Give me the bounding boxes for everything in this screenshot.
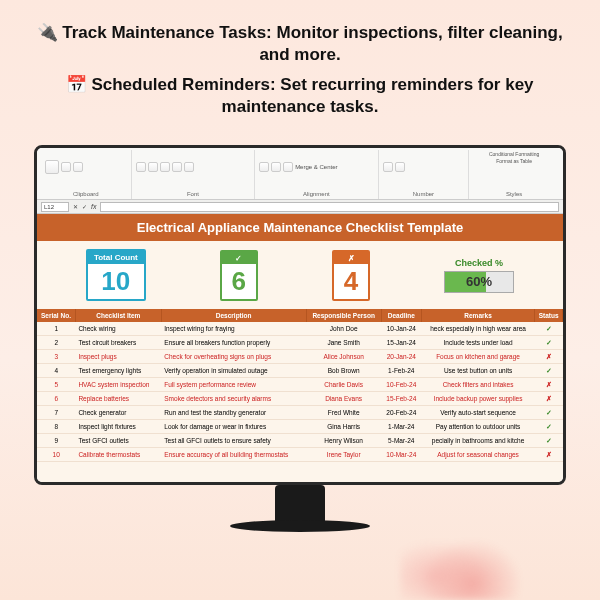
cell-rem[interactable]: Verify auto-start sequence	[421, 406, 534, 420]
cell-item[interactable]: Test emergency lights	[75, 364, 161, 378]
cell-rem[interactable]: pecially in bathrooms and kitche	[421, 434, 534, 448]
cell-desc[interactable]: Inspect wiring for fraying	[161, 322, 306, 336]
cell-item[interactable]: Check wiring	[75, 322, 161, 336]
table-row[interactable]: 8Inspect light fixturesLook for damage o…	[37, 420, 563, 434]
cell-status[interactable]: ✓	[535, 420, 563, 434]
conditional-formatting-button[interactable]: Conditional Formatting	[489, 152, 539, 157]
table-row[interactable]: 10Calibrate thermostatsEnsure accuracy o…	[37, 448, 563, 462]
cell-who[interactable]: Diana Evans	[306, 392, 381, 406]
cell-who[interactable]: Henry Wilson	[306, 434, 381, 448]
cell-who[interactable]: Gina Harris	[306, 420, 381, 434]
cell-desc[interactable]: Full system performance review	[161, 378, 306, 392]
format-table-button[interactable]: Format as Table	[496, 159, 532, 164]
cell-rem[interactable]: Use test button on units	[421, 364, 534, 378]
cell-who[interactable]: Bob Brown	[306, 364, 381, 378]
cell-due[interactable]: 20-Jan-24	[381, 350, 421, 364]
cell-n[interactable]: 2	[37, 336, 75, 350]
cell-desc[interactable]: Ensure all breakers function properly	[161, 336, 306, 350]
underline-icon[interactable]	[160, 162, 170, 172]
cell-rem[interactable]: Include backup power supplies	[421, 392, 534, 406]
cell-due[interactable]: 10-Feb-24	[381, 378, 421, 392]
cell-status[interactable]: ✓	[535, 434, 563, 448]
table-row[interactable]: 7Check generatorRun and test the standby…	[37, 406, 563, 420]
cell-due[interactable]: 15-Jan-24	[381, 336, 421, 350]
cell-rem[interactable]: Check filters and intakes	[421, 378, 534, 392]
cell-item[interactable]: Test circuit breakers	[75, 336, 161, 350]
cell-due[interactable]: 15-Feb-24	[381, 392, 421, 406]
cell-who[interactable]: Charlie Davis	[306, 378, 381, 392]
cell-due[interactable]: 20-Feb-24	[381, 406, 421, 420]
cell-status[interactable]: ✗	[535, 448, 563, 462]
cell-who[interactable]: Alice Johnson	[306, 350, 381, 364]
paste-icon[interactable]	[45, 160, 59, 174]
cell-n[interactable]: 7	[37, 406, 75, 420]
cell-n[interactable]: 4	[37, 364, 75, 378]
cell-status[interactable]: ✓	[535, 364, 563, 378]
align-right-icon[interactable]	[283, 162, 293, 172]
percent-icon[interactable]	[395, 162, 405, 172]
cell-due[interactable]: 10-Jan-24	[381, 322, 421, 336]
cell-item[interactable]: HVAC system inspection	[75, 378, 161, 392]
cut-icon[interactable]	[61, 162, 71, 172]
cancel-icon[interactable]: ✕	[73, 203, 78, 210]
table-row[interactable]: 4Test emergency lightsVerify operation i…	[37, 364, 563, 378]
cell-who[interactable]: Fred White	[306, 406, 381, 420]
cell-desc[interactable]: Smoke detectors and security alarms	[161, 392, 306, 406]
cell-status[interactable]: ✓	[535, 322, 563, 336]
border-icon[interactable]	[172, 162, 182, 172]
currency-icon[interactable]	[383, 162, 393, 172]
cell-who[interactable]: Jane Smith	[306, 336, 381, 350]
cell-n[interactable]: 5	[37, 378, 75, 392]
table-row[interactable]: 2Test circuit breakersEnsure all breaker…	[37, 336, 563, 350]
cell-status[interactable]: ✓	[535, 406, 563, 420]
cell-desc[interactable]: Check for overheating signs on plugs	[161, 350, 306, 364]
merge-center-button[interactable]: Merge & Center	[295, 164, 337, 170]
cell-n[interactable]: 9	[37, 434, 75, 448]
table-row[interactable]: 6Replace batteriesSmoke detectors and se…	[37, 392, 563, 406]
cell-desc[interactable]: Look for damage or wear in fixtures	[161, 420, 306, 434]
cell-rem[interactable]: Adjust for seasonal changes	[421, 448, 534, 462]
table-row[interactable]: 5HVAC system inspectionFull system perfo…	[37, 378, 563, 392]
cell-due[interactable]: 1-Mar-24	[381, 420, 421, 434]
cell-status[interactable]: ✗	[535, 392, 563, 406]
cell-rem[interactable]: heck especially in high wear area	[421, 322, 534, 336]
cell-rem[interactable]: Pay attention to outdoor units	[421, 420, 534, 434]
enter-icon[interactable]: ✓	[82, 203, 87, 210]
cell-item[interactable]: Replace batteries	[75, 392, 161, 406]
cell-desc[interactable]: Verify operation in simulated outage	[161, 364, 306, 378]
cell-status[interactable]: ✗	[535, 378, 563, 392]
cell-rem[interactable]: Focus on kitchen and garage	[421, 350, 534, 364]
cell-n[interactable]: 1	[37, 322, 75, 336]
cell-desc[interactable]: Run and test the standby generator	[161, 406, 306, 420]
cell-desc[interactable]: Test all GFCI outlets to ensure safety	[161, 434, 306, 448]
cell-item[interactable]: Check generator	[75, 406, 161, 420]
cell-desc[interactable]: Ensure accuracy of all building thermost…	[161, 448, 306, 462]
cell-item[interactable]: Inspect light fixtures	[75, 420, 161, 434]
cell-status[interactable]: ✓	[535, 336, 563, 350]
cell-who[interactable]: Irene Taylor	[306, 448, 381, 462]
copy-icon[interactable]	[73, 162, 83, 172]
align-left-icon[interactable]	[259, 162, 269, 172]
fx-icon[interactable]: fx	[91, 203, 96, 210]
cell-n[interactable]: 8	[37, 420, 75, 434]
bold-icon[interactable]	[136, 162, 146, 172]
fill-icon[interactable]	[184, 162, 194, 172]
cell-n[interactable]: 6	[37, 392, 75, 406]
align-center-icon[interactable]	[271, 162, 281, 172]
formula-input[interactable]	[100, 202, 559, 212]
italic-icon[interactable]	[148, 162, 158, 172]
worksheet[interactable]: Electrical Appliance Maintenance Checkli…	[37, 214, 563, 484]
cell-item[interactable]: Calibrate thermostats	[75, 448, 161, 462]
cell-who[interactable]: John Doe	[306, 322, 381, 336]
cell-due[interactable]: 10-Mar-24	[381, 448, 421, 462]
table-row[interactable]: 9Test GFCI outletsTest all GFCI outlets …	[37, 434, 563, 448]
cell-due[interactable]: 5-Mar-24	[381, 434, 421, 448]
cell-item[interactable]: Inspect plugs	[75, 350, 161, 364]
cell-rem[interactable]: Include tests under load	[421, 336, 534, 350]
cell-item[interactable]: Test GFCI outlets	[75, 434, 161, 448]
cell-n[interactable]: 3	[37, 350, 75, 364]
cell-due[interactable]: 1-Feb-24	[381, 364, 421, 378]
table-row[interactable]: 3Inspect plugsCheck for overheating sign…	[37, 350, 563, 364]
name-box[interactable]: L12	[41, 202, 69, 212]
table-row[interactable]: 1Check wiringInspect wiring for frayingJ…	[37, 322, 563, 336]
